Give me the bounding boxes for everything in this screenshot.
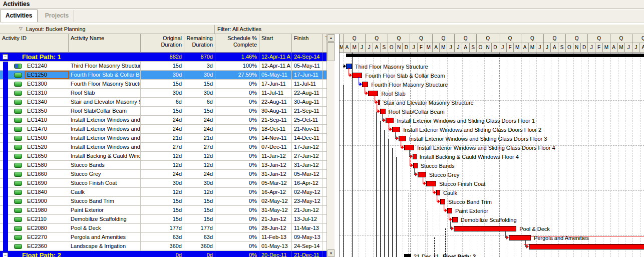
month-cell-J[interactable]: J xyxy=(544,43,551,53)
table-row-EC1980[interactable]: EC1980Paint Exterior15d15d0%31-May-1221-… xyxy=(0,206,327,215)
month-cell-J[interactable]: J xyxy=(499,43,507,53)
gantt-bar-EC1250[interactable] xyxy=(352,73,363,78)
quarter-cell[interactable]: Q xyxy=(632,34,644,43)
month-cell-D[interactable]: D xyxy=(403,43,410,53)
quarter-cell[interactable]: Q xyxy=(344,34,366,43)
month-cell-D[interactable]: D xyxy=(492,43,499,53)
month-cell-D[interactable]: D xyxy=(581,43,588,53)
table-row-EC2270[interactable]: EC2270Pergola and Amenities63d63d0%11-Fe… xyxy=(0,233,327,242)
month-cell-M[interactable]: M xyxy=(603,43,610,53)
month-cell-F[interactable]: F xyxy=(418,43,425,53)
table-row-EC1840[interactable]: EC1840Caulk12d12d0%16-Apr-1202-May-12 xyxy=(0,188,327,197)
month-cell-M[interactable]: M xyxy=(514,43,521,53)
month-cell-N[interactable]: N xyxy=(396,43,403,53)
gantt-bar-EC1980[interactable] xyxy=(447,208,452,213)
table-row-EC1250[interactable]: EC1250Fourth Floor Slab & Collar Beam30d… xyxy=(0,71,327,80)
month-cell-S[interactable]: S xyxy=(558,43,566,53)
month-cell-A[interactable]: A xyxy=(462,43,470,53)
table-row-EC1410[interactable]: EC1410Install Exterior Windows and Slidi… xyxy=(0,116,327,125)
month-cell-J[interactable]: J xyxy=(632,43,640,53)
month-cell-M[interactable]: M xyxy=(618,43,625,53)
column-header-remaining[interactable]: Remaining Duration xyxy=(184,34,215,53)
month-cell-M[interactable]: M xyxy=(340,43,344,53)
month-cell-J[interactable]: J xyxy=(625,43,632,53)
month-cell-J[interactable]: J xyxy=(536,43,544,53)
gantt-bar-EC2270[interactable] xyxy=(509,235,530,240)
month-cell-A[interactable]: A xyxy=(610,43,618,53)
table-row-EC1650[interactable]: EC1650Install Backing & Cauld Windows Fl… xyxy=(0,152,327,161)
month-cell-S[interactable]: S xyxy=(381,43,388,53)
gantt-bar-EC2080[interactable] xyxy=(454,226,516,231)
scroll-up-button[interactable]: ▲ xyxy=(328,34,335,42)
quarter-cell[interactable]: Q xyxy=(521,34,543,43)
month-cell-M[interactable]: M xyxy=(351,43,359,53)
quarter-cell[interactable]: Q xyxy=(477,34,499,43)
table-row-EC1350[interactable]: EC1350Roof Slab/Collar Beam15d15d0%30-Au… xyxy=(0,107,327,116)
scroll-down-button[interactable]: ▼ xyxy=(328,249,335,257)
month-cell-J[interactable]: J xyxy=(455,43,462,53)
table-row-EC1240[interactable]: EC1240Third Floor Masonry Structure15d3d… xyxy=(0,62,327,71)
column-header-schedule[interactable]: Schedule % Complete xyxy=(215,34,259,53)
month-cell-A[interactable]: A xyxy=(344,43,351,53)
tab-projects[interactable]: Projects xyxy=(40,10,74,22)
gantt-bar-EC1690[interactable] xyxy=(426,181,436,186)
gantt-bar-EC1340[interactable] xyxy=(378,100,380,105)
vertical-scrollbar[interactable]: ▲ ▼ xyxy=(327,34,335,257)
month-cell-N[interactable]: N xyxy=(484,43,492,53)
month-cell-O[interactable]: O xyxy=(388,43,396,53)
gantt-bar-EC1650[interactable] xyxy=(413,154,417,159)
month-cell-A[interactable]: A xyxy=(373,43,381,53)
gantt-bar-EC1350[interactable] xyxy=(380,109,385,114)
month-cell-J[interactable]: J xyxy=(588,43,595,53)
quarter-cell[interactable]: Q xyxy=(433,34,455,43)
month-cell-J[interactable]: J xyxy=(447,43,455,53)
summary-bar-float-path-1[interactable] xyxy=(346,54,644,57)
quarter-cell[interactable]: Q xyxy=(610,34,632,43)
table-row-EC1300[interactable]: EC1300Fourth Floor Masonry Structure15d1… xyxy=(0,80,327,89)
gantt-bar-EC1660[interactable] xyxy=(418,172,426,177)
gantt-bar-EC1310[interactable] xyxy=(368,91,378,96)
month-cell-M[interactable]: M xyxy=(440,43,447,53)
table-row-EC1310[interactable]: EC1310Roof Slab30d30d0%11-Jul-1122-Aug-1… xyxy=(0,89,327,98)
collapse-icon[interactable]: − xyxy=(3,252,8,257)
collapse-icon[interactable]: − xyxy=(3,54,8,60)
month-cell-O[interactable]: O xyxy=(566,43,573,53)
month-cell-M[interactable]: M xyxy=(425,43,433,53)
table-row-EC1660[interactable]: EC1660Stucco Grey24d24d0%31-Jan-1205-Mar… xyxy=(0,170,327,179)
quarter-cell[interactable]: Q xyxy=(388,34,410,43)
month-cell-A[interactable]: A xyxy=(551,43,558,53)
gantt-bar-EC2360[interactable] xyxy=(529,244,644,249)
table-row-EC1340[interactable]: EC1340Stair and Elevator Masonry Structu… xyxy=(0,98,327,107)
table-row-group[interactable]: −Float Path: 20d0d0%20-Dec-1121-Dec-11 xyxy=(0,251,327,257)
layout-options-bar[interactable]: ▽ Layout: Bucket Planning Filter: All Ac… xyxy=(0,24,644,34)
gantt-bar-EC1240[interactable] xyxy=(346,64,352,69)
table-row-EC1500[interactable]: EC1500Install Exterior Windows and Slidi… xyxy=(0,134,327,143)
quarter-cell[interactable]: Q xyxy=(566,34,588,43)
column-header-activity[interactable]: Activity Name xyxy=(69,34,141,53)
month-cell-M[interactable]: M xyxy=(529,43,536,53)
gantt-bar-EC1470[interactable] xyxy=(392,127,400,132)
month-cell-F[interactable]: F xyxy=(507,43,514,53)
month-cell-A[interactable]: A xyxy=(640,43,644,53)
month-cell-F[interactable]: F xyxy=(595,43,603,53)
gantt-bar-EC1410[interactable] xyxy=(386,118,394,123)
quarter-cell[interactable]: Q xyxy=(410,34,432,43)
table-row-EC2080[interactable]: EC2080Pool & Deck177d177d0%28-Jun-1211-M… xyxy=(0,224,327,233)
quarter-cell[interactable]: Q xyxy=(544,34,566,43)
quarter-cell[interactable]: Q xyxy=(588,34,610,43)
month-cell-N[interactable]: N xyxy=(573,43,581,53)
month-cell-J[interactable]: J xyxy=(410,43,418,53)
table-row-EC2360[interactable]: EC2360Landscape & Irrigation360d360d0%01… xyxy=(0,242,327,251)
quarter-cell[interactable]: Q xyxy=(455,34,477,43)
table-row-EC1690[interactable]: EC1690Stucco Finish Coat30d30d0%05-Mar-1… xyxy=(0,179,327,188)
month-cell-J[interactable]: J xyxy=(366,43,373,53)
table-row-EC2110[interactable]: EC2110Demobilize Scaffolding15d15d0%21-J… xyxy=(0,215,327,224)
month-cell-S[interactable]: S xyxy=(470,43,477,53)
table-row-EC1580[interactable]: EC1580Stucco Bands12d12d0%13-Jan-1231-Ja… xyxy=(0,161,327,170)
column-header-finish[interactable]: Finish xyxy=(292,34,323,53)
column-header-start[interactable]: Start xyxy=(259,34,292,53)
month-cell-J[interactable]: J xyxy=(359,43,366,53)
gantt-timescale[interactable]: QQQQQQQQQQQQQQMAMJJASONDJFMAMJJASONDJFMA… xyxy=(340,34,644,53)
table-row-EC1470[interactable]: EC1470Install Exterior Windows and Slidi… xyxy=(0,125,327,134)
gantt-bar-EC1300[interactable] xyxy=(362,82,368,87)
